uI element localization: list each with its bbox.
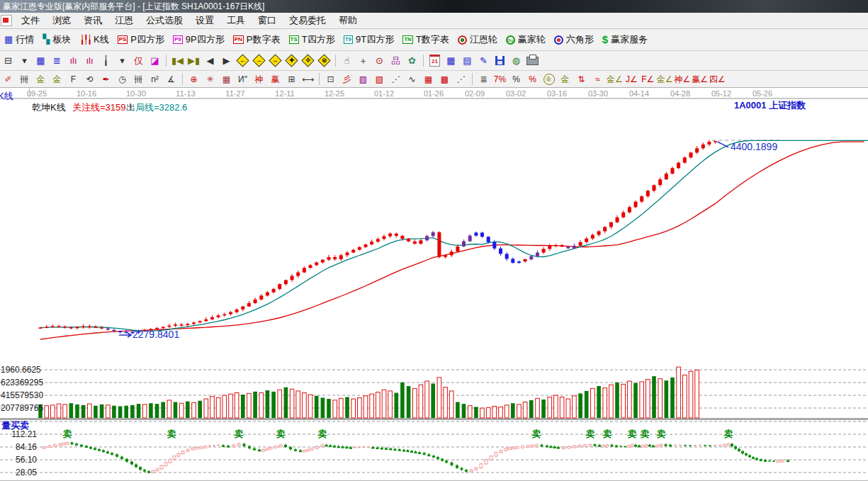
bars-3-icon[interactable]: ılı [66, 54, 81, 68]
report-icon[interactable]: ▤ [460, 54, 475, 68]
toolbar-button-winner-wheel[interactable]: Big赢家轮 [503, 33, 548, 47]
bars-9-icon[interactable]: ılı [82, 54, 97, 68]
red-pen-icon[interactable]: ✒ [98, 73, 113, 85]
print-icon[interactable] [525, 54, 540, 68]
zigzag-icon[interactable]: ∿ [405, 73, 419, 85]
spiral-icon[interactable]: ⟲ [82, 73, 97, 85]
gann-ruler-icon[interactable]: 卌 [17, 73, 32, 85]
toolbar-button-kline[interactable]: ╽╿╽K线 [77, 33, 111, 47]
calendar-icon[interactable]: 21 [427, 54, 442, 68]
menu-item-4[interactable]: 公式选股 [140, 15, 189, 26]
angle-icon[interactable]: ∡ [164, 73, 179, 85]
toolbar-button-pn-table[interactable]: PNP数字表 [230, 33, 283, 47]
menu-item-8[interactable]: 交易委托 [283, 15, 332, 26]
volume-profile-icon[interactable]: ◪ [147, 54, 162, 68]
box-grid-icon[interactable]: ▦ [219, 73, 234, 85]
note-edit-icon[interactable]: ✎ [476, 54, 491, 68]
save-icon[interactable] [492, 54, 507, 68]
hand-pan-icon[interactable]: ☝ [339, 54, 354, 68]
fan-box-icon[interactable]: ▨ [356, 73, 371, 85]
si-slash-icon[interactable]: 四∠ [709, 73, 726, 85]
wave-n-icon[interactable]: И″ [235, 73, 250, 85]
menu-item-7[interactable]: 窗口 [252, 15, 283, 26]
n-squared-icon[interactable]: n² [147, 73, 162, 85]
percent-icon[interactable]: % [509, 73, 524, 85]
toolbar-button-p9-square[interactable]: P99P四方形 [170, 33, 227, 47]
toolbar-button-gann-wheel[interactable]: 江恩轮 [455, 33, 500, 47]
toolbar-button-hexagon[interactable]: 六角形 [551, 33, 597, 47]
gold-grid-icon[interactable]: 金 [33, 73, 48, 85]
j-slash-icon[interactable]: J∠ [624, 73, 639, 85]
red-grid2-icon[interactable]: ▩ [437, 73, 452, 85]
draw-pointer-icon[interactable]: ✐ [1, 73, 16, 85]
web-link-icon[interactable]: ◍ [509, 54, 524, 68]
gold2-slash-icon[interactable]: 金∠ [657, 73, 673, 85]
candle-select-icon[interactable]: ╽ [98, 54, 113, 68]
pattern-window-icon[interactable]: ▦ [33, 54, 48, 68]
shift-left-icon[interactable]: ← [235, 54, 250, 68]
gann-kline-icon[interactable]: 仅 [131, 54, 146, 68]
trend-rays-icon[interactable]: ⋰ [388, 73, 403, 85]
expand-horizontal-icon[interactable]: ↔ [268, 54, 283, 68]
last-page-icon[interactable]: ▶▮ [186, 54, 201, 68]
gold-level-icon[interactable]: 金 [558, 73, 573, 85]
shen-slash-icon[interactable]: 神∠ [675, 73, 691, 85]
toolbar-button-ts-square[interactable]: TST四方形 [286, 33, 338, 47]
sector-tree-icon[interactable]: 品 [388, 54, 403, 68]
toolbar-button-tn-table[interactable]: TNT数字表 [400, 33, 452, 47]
red-grid-icon[interactable]: ▦ [421, 73, 436, 85]
toolbar-button-ps-square[interactable]: PSP四方形 [115, 33, 167, 47]
zoom-tool-icon[interactable]: ⊙ [372, 54, 387, 68]
horizontal-span-icon[interactable]: ⟷ [300, 73, 315, 85]
first-page-icon[interactable]: ▮◀ [170, 54, 185, 68]
toolbar-button-sector-blocks[interactable]: ▚板块 [40, 33, 74, 47]
target-icon[interactable]: ⊕ [186, 73, 201, 85]
window-titlebar[interactable]: 赢家江恩专业版[赢家内部服务平台] - [上证指数 SH1A0001-167日K… [0, 0, 868, 13]
calculator-icon[interactable]: ▦ [444, 54, 458, 68]
prev-page-icon[interactable]: ◀ [203, 54, 218, 68]
menu-item-0[interactable]: 文件 [15, 15, 46, 26]
menu-item-1[interactable]: 浏览 [46, 15, 77, 26]
gold-circle-icon[interactable]: 金 [541, 73, 556, 85]
next-page-icon[interactable]: ▶ [219, 54, 234, 68]
gold-slash-icon[interactable]: 金∠ [607, 73, 623, 85]
layout-select-icon[interactable]: ⊟ [1, 54, 16, 68]
quote-list-icon[interactable]: ≣ [50, 54, 64, 68]
reset-view-icon[interactable]: ⊕ [317, 54, 332, 68]
crosshair-icon[interactable]: ＋ [356, 54, 371, 68]
toolbar-button-winner-service[interactable]: $赢家服务 [599, 33, 650, 47]
ying-tool-icon[interactable]: 赢 [268, 73, 283, 85]
percent-red-icon[interactable]: % [525, 73, 540, 85]
cycle-circle-icon[interactable]: ◷ [115, 73, 130, 85]
toolbar-button-t9-square[interactable]: T99T四方形 [341, 33, 398, 47]
star-grid-icon[interactable]: ✳ [203, 73, 218, 85]
toolbar-button-quote-table[interactable]: ▦行情 [1, 33, 37, 47]
f-slash-icon[interactable]: F∠ [641, 73, 655, 85]
wave-overlay-icon[interactable]: ≈ [590, 73, 605, 85]
percent-line-icon[interactable]: 7% [492, 73, 507, 85]
compress-view-icon[interactable]: ✚ [284, 54, 299, 68]
gold-grid2-icon[interactable]: 金 [50, 73, 64, 85]
expand-all-icon[interactable]: ✜ [300, 54, 315, 68]
smart-pick-icon[interactable]: ✿ [405, 54, 419, 68]
f-grid-icon[interactable]: F [66, 73, 81, 85]
fan-box2-icon[interactable]: ▧ [372, 73, 387, 85]
parallel-lines-icon[interactable]: ⋰ [453, 73, 468, 85]
ruler-icon[interactable]: 卌 [131, 73, 146, 85]
indicator-list-icon[interactable]: ≣ [476, 73, 491, 85]
menu-item-6[interactable]: 工具 [220, 15, 252, 26]
menu-item-9[interactable]: 帮助 [332, 15, 363, 26]
dropdown-arrow-icon[interactable]: ▾ [17, 54, 32, 68]
menu-item-2[interactable]: 资讯 [77, 15, 108, 26]
dropdown-arrow-icon[interactable]: ▾ [115, 54, 130, 68]
ying-slash-icon[interactable]: 赢∠ [692, 73, 708, 85]
menu-item-3[interactable]: 江恩 [108, 15, 140, 26]
price-mark-icon[interactable]: ⇅ [574, 73, 589, 85]
volume-bar [327, 399, 331, 418]
menu-item-5[interactable]: 设置 [189, 15, 220, 26]
shen-tool-icon[interactable]: 神 [252, 73, 266, 85]
fan-rays-icon[interactable]: 彡 [339, 73, 354, 85]
shift-right-icon[interactable]: → [252, 54, 266, 68]
rect-tool-icon[interactable]: ⊡ [323, 73, 338, 85]
grid-123-icon[interactable]: ⊞ [284, 73, 299, 85]
